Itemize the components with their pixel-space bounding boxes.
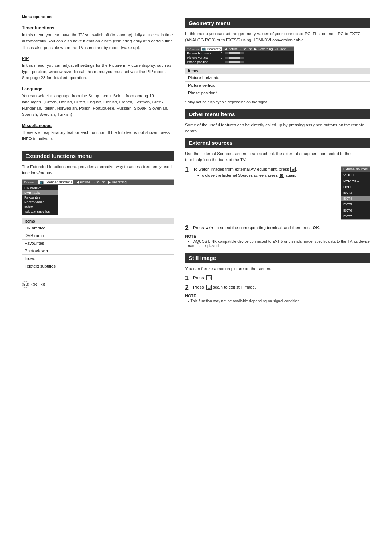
external-steps: 1 External sources VIDEODVD-RECDVDEXT3EX… <box>185 166 370 232</box>
ext-item: EXT5 <box>341 201 370 207</box>
still-step2-end: again to exit still image. <box>213 285 256 289</box>
step2-text: Press ▲/▼ to select the corresponding te… <box>193 225 320 230</box>
external-step2: 2 Press ▲/▼ to select the corresponding … <box>185 225 370 231</box>
tv-menu-label: TV menu <box>24 181 35 184</box>
table-cell: Index <box>22 254 174 262</box>
table-cell: Phase position* <box>185 89 370 97</box>
timer-section: Timer functions In this menu you can hav… <box>22 25 174 51</box>
table-row: Phase position* <box>185 89 370 97</box>
table-row: PhotoViewer <box>22 247 174 254</box>
left-divider <box>22 147 174 147</box>
miscellaneous-section: Miscellaneous There is an explanatory te… <box>22 123 174 142</box>
still-banner: Still image <box>185 253 370 263</box>
geometry-title: Geometry menu <box>189 20 367 26</box>
geometry-tv-bar: TV menu 📺 Geometry ◀ Picture ♪ Sound ▶ R… <box>185 47 294 51</box>
geometry-body: In this menu you can set the geometry va… <box>185 31 370 44</box>
table-cell: DVB radio <box>22 232 174 239</box>
tab-picture: ◀ Picture <box>77 180 90 184</box>
geo-bar-h <box>225 52 244 54</box>
still-step1: 1 Press ⊟. <box>185 275 370 281</box>
geo-bar-v <box>225 57 244 59</box>
menu-operation-title: Menu operation <box>22 15 174 20</box>
table-cell: Picture horizontal <box>185 74 370 82</box>
menu-item-tele: Teletext subtitles <box>22 209 58 214</box>
geometry-table-header: Items <box>185 68 370 74</box>
external-banner: External sources <box>185 138 370 148</box>
pip-section: PIP In this menu, you can adjust all set… <box>22 56 174 81</box>
extended-menu-items: DR archive DVB radio Favourites PhotoVie… <box>22 185 58 215</box>
geometry-banner: Geometry menu <box>185 18 370 28</box>
geometry-footnote: * May not be displayable depending on th… <box>185 100 370 104</box>
still-step2-text: Press <box>193 285 204 289</box>
extended-body: The Extended functions menu provides alt… <box>22 164 174 176</box>
still-step1-content: Press ⊟. <box>193 275 370 281</box>
extended-banner: Extended functions menu <box>22 151 174 161</box>
extended-table-header: Items <box>22 218 174 224</box>
geometry-rows: Picture horizontal 0 Picture vertical 0 … <box>185 51 294 64</box>
geo-val-v: 0 <box>217 56 222 60</box>
step1-bullet-icon: ⊞ <box>279 173 284 178</box>
external-note-title: NOTE <box>185 234 370 238</box>
ext-item: VIDEO <box>341 172 370 178</box>
other-menu-body: Some of the useful features can be direc… <box>185 122 370 135</box>
extended-items-table: Items DR archiveDVB radioFavouritesPhoto… <box>22 218 174 270</box>
external-step1: 1 External sources VIDEODVD-RECDVDEXT3EX… <box>185 166 370 222</box>
still-title: Still image <box>189 255 367 261</box>
table-row: Picture horizontal <box>185 74 370 82</box>
ext-item: EXT4 <box>341 196 370 201</box>
geo-tab-picture: ◀ Picture <box>224 47 238 51</box>
table-cell: DR archive <box>22 224 174 232</box>
geo-bar-p <box>225 61 244 63</box>
geo-row-phase: Phase position 0 <box>185 60 294 64</box>
still-step2: 2 Press ⊟ again to exit still image. <box>185 284 370 291</box>
still-steps: 1 Press ⊟. 2 Press ⊟ again to exit still… <box>185 275 370 291</box>
still-step2-content: Press ⊟ again to exit still image. <box>193 284 370 290</box>
menu-item-fav: Favourites <box>22 195 58 200</box>
table-cell: PhotoViewer <box>22 247 174 254</box>
page-num-text: GB - 38 <box>31 282 45 287</box>
ext-item: EXT3 <box>341 190 370 196</box>
ext-item: DVD-REC <box>341 178 370 184</box>
table-cell: Teletext subtitles <box>22 262 174 270</box>
geo-label-h: Picture horizontal <box>187 52 216 55</box>
step1-num: 1 <box>185 166 191 173</box>
geo-tab-conn: ◁ Conn <box>275 47 286 51</box>
table-cell: Favourites <box>22 239 174 247</box>
step1-content: External sources VIDEODVD-RECDVDEXT3EXT4… <box>193 166 370 222</box>
right-column: Geometry menu In this menu you can set t… <box>185 15 370 303</box>
extended-tv-menu: TV menu 📺 Extended functions ◀ Picture ♪… <box>22 179 174 215</box>
external-note-text: • If AQUOS LINK-compatible device connec… <box>188 239 370 248</box>
geo-row-horiz: Picture horizontal 0 <box>185 51 294 56</box>
geo-val-h: 0 <box>217 52 222 55</box>
misc-body: There is an explanatory text for each fu… <box>22 130 174 142</box>
still-body: You can freeze a motion picture on the s… <box>185 266 370 272</box>
external-note: NOTE • If AQUOS LINK-compatible device c… <box>185 234 370 248</box>
menu-item-dvb: DVB radio <box>22 190 58 195</box>
ext-item: EXT6 <box>341 208 370 213</box>
menu-operation-section: Menu operation <box>22 15 174 20</box>
still-note-title: NOTE <box>185 294 370 298</box>
ext-box-title: External sources <box>341 167 370 172</box>
other-menu-title: Other menu items <box>189 111 367 117</box>
external-body: Use the External Sources screen to selec… <box>185 151 370 163</box>
geo-row-vert: Picture vertical 0 <box>185 56 294 60</box>
page-num-circle: GB <box>22 281 29 288</box>
table-row: Teletext subtitles <box>22 262 174 270</box>
language-section: Language You can select a language from … <box>22 86 174 118</box>
geometry-items-table: Items Picture horizontalPicture vertical… <box>185 68 370 97</box>
geo-tab-geometry: 📺 Geometry <box>201 47 222 51</box>
step2-num: 2 <box>185 225 191 231</box>
menu-item-index: Index <box>22 204 58 209</box>
table-row: Picture vertical <box>185 81 370 89</box>
tab-extended: 📺 Extended functions <box>38 180 73 184</box>
extended-tv-menu-bar: TV menu 📺 Extended functions ◀ Picture ♪… <box>22 180 174 185</box>
page-container: Menu operation Timer functions In this m… <box>22 15 370 303</box>
menu-item-dr: DR archive <box>22 185 58 190</box>
ext-items-list: VIDEODVD-RECDVDEXT3EXT4EXT5EXT6EXT7 <box>341 172 370 219</box>
external-title: External sources <box>189 140 367 146</box>
table-row: Favourites <box>22 239 174 247</box>
still-note: NOTE • This function may not be availabl… <box>185 294 370 303</box>
tab-recording: ▶ Recording <box>108 180 127 184</box>
tab-sound: ♪ Sound <box>93 180 105 184</box>
geo-label-p: Phase position <box>187 60 216 64</box>
